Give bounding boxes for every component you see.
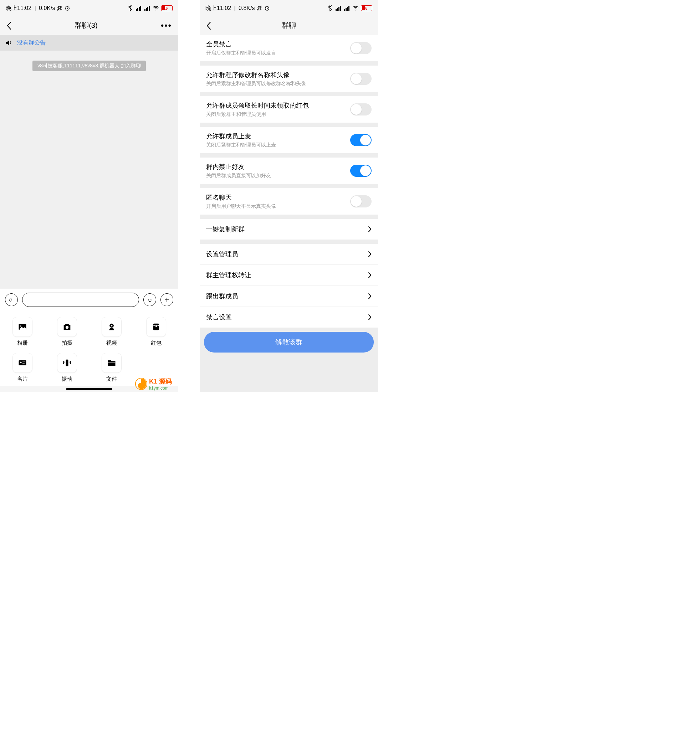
action-video[interactable]: 视频 <box>89 317 134 346</box>
setting-title: 允许群成员上麦 <box>206 132 276 140</box>
setting-title: 全员禁言 <box>206 40 276 48</box>
svg-point-19 <box>155 325 157 327</box>
page-title: 群聊 <box>211 21 367 30</box>
action-card[interactable]: 名片 <box>0 353 45 383</box>
setting-title: 一键复制新群 <box>206 225 245 234</box>
chat-body: 没有群公告 v8科技客服,111111,v8v8v8,群机器人 加入群聊 <box>0 35 178 289</box>
toggle-switch[interactable] <box>350 104 371 115</box>
setting-subtitle: 关闭后群成员直接可以加好友 <box>206 172 271 179</box>
emoji-button[interactable] <box>143 293 156 306</box>
svg-point-11 <box>148 299 149 300</box>
action-grid: 相册 拍摄 视频 红包 名片 振动 文件 <box>0 311 178 386</box>
status-time: 晚上11:02 <box>205 4 231 12</box>
watermark: K1 源码 k1ym.com <box>135 377 172 391</box>
setting-subtitle: 关闭后紧群主和管理员可以修改群名称和头像 <box>206 80 306 87</box>
nav-bar: 群聊(3) ••• <box>0 16 178 35</box>
setting-subtitle: 开启后用户聊天不显示真实头像 <box>206 203 276 210</box>
system-message: v8科技客服,111111,v8v8v8,群机器人 加入群聊 <box>32 61 146 71</box>
action-camera[interactable]: 拍摄 <box>45 317 89 346</box>
svg-rect-30 <box>337 8 338 11</box>
status-time: 晚上11:02 <box>6 4 31 12</box>
setting-subtitle: 开启后仅群主和管理员可以发言 <box>206 50 276 56</box>
svg-rect-32 <box>340 6 341 11</box>
svg-rect-22 <box>22 362 25 362</box>
svg-point-14 <box>20 326 21 327</box>
wifi-icon <box>153 5 159 12</box>
setting-toggle-row[interactable]: 允许群成员领取长时间未领取的红包关闭后紧群主和管理员使用 <box>200 96 378 123</box>
back-button[interactable] <box>206 21 211 30</box>
battery-icon: 16 <box>361 5 372 11</box>
status-bar: 晚上11:02 | 0.0K/s 16 <box>0 0 178 16</box>
dissolve-group-button[interactable]: 解散该群 <box>204 332 374 353</box>
more-button[interactable]: ••• <box>161 21 172 31</box>
svg-rect-31 <box>338 7 339 11</box>
svg-rect-6 <box>145 9 146 11</box>
settings-body[interactable]: 全员禁言开启后仅群主和管理员可以发言允许群程序修改群名称和头像关闭后紧群主和管理… <box>200 35 378 392</box>
svg-rect-35 <box>347 7 348 11</box>
svg-rect-9 <box>149 6 150 11</box>
plus-button[interactable] <box>161 293 173 306</box>
setting-link-row[interactable]: 禁言设置 <box>200 307 378 328</box>
phone-chat: 晚上11:02 | 0.0K/s 16 群聊(3) ••• 没有群公告 v8科技… <box>0 0 178 392</box>
message-input[interactable] <box>22 293 139 307</box>
svg-point-15 <box>65 326 68 328</box>
svg-rect-2 <box>136 9 137 11</box>
setting-link-row[interactable]: 踢出群成员 <box>200 286 378 307</box>
toggle-switch[interactable] <box>350 195 371 207</box>
announcement-text: 没有群公告 <box>17 39 46 47</box>
setting-toggle-row[interactable]: 群内禁止好友关闭后群成员直接可以加好友 <box>200 158 378 184</box>
signal-icon-2 <box>344 5 350 12</box>
alarm-icon <box>64 5 71 12</box>
chevron-right-icon <box>368 226 371 232</box>
setting-toggle-row[interactable]: 允许群成员上麦关闭后紧群主和管理员可以上麦 <box>200 127 378 153</box>
action-vibrate[interactable]: 振动 <box>45 353 89 383</box>
setting-toggle-row[interactable]: 全员禁言开启后仅群主和管理员可以发言 <box>200 35 378 61</box>
chevron-right-icon <box>368 272 371 278</box>
vibrate-icon <box>56 5 63 12</box>
page-title: 群聊(3) <box>12 21 161 30</box>
svg-rect-3 <box>137 8 138 11</box>
chevron-right-icon <box>368 251 371 257</box>
toggle-switch[interactable] <box>350 73 371 85</box>
setting-link-row[interactable]: 群主管理权转让 <box>200 265 378 286</box>
svg-point-10 <box>155 10 156 10</box>
bluetooth-icon <box>127 5 133 12</box>
svg-rect-7 <box>146 8 147 11</box>
toggle-switch[interactable] <box>350 165 371 177</box>
setting-toggle-row[interactable]: 匿名聊天开启后用户聊天不显示真实头像 <box>200 188 378 215</box>
setting-subtitle: 关闭后紧群主和管理员使用 <box>206 111 309 118</box>
voice-button[interactable] <box>5 293 18 306</box>
svg-point-17 <box>111 325 113 327</box>
status-bar: 晚上11:02 | 0.8K/s 16 <box>200 0 378 16</box>
action-redpacket[interactable]: 红包 <box>134 317 178 346</box>
announcement-bar[interactable]: 没有群公告 <box>0 35 178 51</box>
status-net: 0.0K/s <box>39 5 55 12</box>
setting-title: 匿名聊天 <box>206 193 276 202</box>
vibrate-icon <box>256 5 263 12</box>
setting-link-row[interactable]: 设置管理员 <box>200 244 378 264</box>
svg-point-37 <box>355 10 356 10</box>
setting-link-row[interactable]: 一键复制新群 <box>200 219 378 239</box>
action-file[interactable]: 文件 <box>89 353 134 383</box>
signal-icon <box>335 5 342 12</box>
signal-icon-2 <box>144 5 151 12</box>
chevron-right-icon <box>368 314 371 320</box>
status-net: 0.8K/s <box>238 5 254 12</box>
alarm-icon <box>264 5 270 12</box>
svg-rect-36 <box>348 6 349 11</box>
signal-icon <box>136 5 142 12</box>
bluetooth-icon <box>327 5 333 12</box>
svg-point-12 <box>151 299 152 300</box>
svg-rect-5 <box>140 6 141 11</box>
phone-settings: 晚上11:02 | 0.8K/s 16 群聊 全员禁言开启后仅群主和管理员可以发… <box>200 0 378 392</box>
action-album[interactable]: 相册 <box>0 317 45 346</box>
back-button[interactable] <box>6 21 12 30</box>
nav-bar: 群聊 <box>200 16 378 35</box>
toggle-switch[interactable] <box>350 134 371 146</box>
toggle-switch[interactable] <box>350 42 371 54</box>
setting-toggle-row[interactable]: 允许群程序修改群名称和头像关闭后紧群主和管理员可以修改群名称和头像 <box>200 66 378 92</box>
chevron-right-icon <box>368 293 371 299</box>
battery-icon: 16 <box>161 5 172 11</box>
svg-rect-34 <box>346 8 346 11</box>
wifi-icon <box>352 5 359 12</box>
